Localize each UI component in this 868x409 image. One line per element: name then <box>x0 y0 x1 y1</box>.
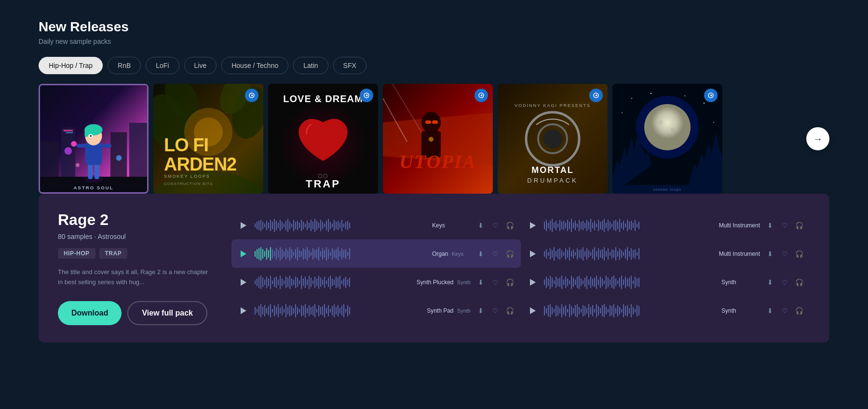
album-loop-icon-love[interactable] <box>360 89 373 102</box>
svg-rect-261 <box>619 248 620 260</box>
album-loop-icon-lofi[interactable] <box>245 89 258 102</box>
track-download-multi1[interactable]: ⬇ <box>765 220 775 231</box>
svg-rect-361 <box>619 277 620 287</box>
track-download-synth-pad[interactable]: ⬇ <box>475 305 486 316</box>
svg-rect-399 <box>307 308 308 314</box>
track-headphones-synth1[interactable]: 🎧 <box>794 277 804 288</box>
track-heart-synth-pad[interactable]: ♡ <box>490 305 501 316</box>
svg-rect-332 <box>563 279 564 285</box>
track-download-organ[interactable]: ⬇ <box>475 249 486 259</box>
svg-rect-138 <box>575 221 576 230</box>
album-loop-icon-mortal[interactable] <box>589 89 603 102</box>
svg-rect-270 <box>637 252 637 256</box>
svg-point-67 <box>658 120 663 125</box>
track-heart-multi1[interactable]: ♡ <box>779 220 790 231</box>
svg-rect-198 <box>305 249 306 259</box>
svg-rect-337 <box>573 277 574 287</box>
svg-rect-5 <box>64 130 73 132</box>
svg-rect-288 <box>285 277 286 288</box>
svg-rect-84 <box>278 223 279 228</box>
svg-rect-230 <box>559 248 560 260</box>
track-row-synth1[interactable]: Synth ⬇ ♡ 🎧 <box>521 268 810 296</box>
page-subtitle: Daily new sample packs <box>39 38 829 45</box>
svg-rect-80 <box>270 220 271 231</box>
track-headphones-synth2[interactable]: 🎧 <box>794 305 804 316</box>
track-row-synth-pad[interactable]: Synth Pad Synth ⬇ ♡ 🎧 <box>231 296 521 325</box>
track-download-synth1[interactable]: ⬇ <box>765 277 775 288</box>
track-headphones-organ[interactable]: 🎧 <box>504 249 515 259</box>
album-card-night-moon[interactable]: otoneo loops <box>612 84 722 194</box>
svg-rect-129 <box>557 224 558 227</box>
track-download-keys[interactable]: ⬇ <box>475 220 486 231</box>
track-download-synth2[interactable]: ⬇ <box>765 305 775 316</box>
track-play-organ[interactable] <box>237 248 250 260</box>
svg-rect-127 <box>554 223 555 228</box>
svg-rect-404 <box>316 309 317 313</box>
track-heart-synth2[interactable]: ♡ <box>779 305 790 316</box>
genre-tab-live[interactable]: Live <box>184 57 217 74</box>
svg-rect-331 <box>561 276 562 289</box>
album-card-love-dream[interactable]: ⬡⬡ LOVE & DREAM TRAP <box>268 84 378 194</box>
album-card-lofi-arden2[interactable]: LO FI ARDEN2 SMOKEY LOOPS CONSTRUCTION B… <box>153 84 263 194</box>
track-play-synth2[interactable] <box>527 304 539 317</box>
svg-rect-95 <box>299 223 300 228</box>
genre-tab-sfx[interactable]: SFX <box>333 57 366 74</box>
track-heart-multi2[interactable]: ♡ <box>779 249 790 259</box>
track-heart-synth-plucked[interactable]: ♡ <box>490 277 501 288</box>
next-arrow-icon: → <box>813 133 823 145</box>
album-card-rage2[interactable]: ASTRO SOUL <box>39 84 149 194</box>
track-play-synth1[interactable] <box>527 276 539 289</box>
track-headphones-keys[interactable]: 🎧 <box>504 220 515 231</box>
track-headphones-synth-plucked[interactable]: 🎧 <box>504 277 515 288</box>
genre-tab-latin[interactable]: Latin <box>293 57 328 74</box>
svg-rect-153 <box>604 219 605 232</box>
track-play-multi1[interactable] <box>527 219 539 232</box>
track-play-synth-plucked[interactable] <box>237 276 250 289</box>
track-play-synth-pad[interactable] <box>237 304 250 317</box>
svg-rect-400 <box>309 305 310 317</box>
track-heart-synth1[interactable]: ♡ <box>779 277 790 288</box>
svg-rect-315 <box>338 277 339 287</box>
genre-tab-hiphop-trap[interactable]: Hip-Hop / Trap <box>39 57 103 74</box>
album-loop-icon-moon[interactable] <box>704 89 718 102</box>
track-play-multi2[interactable] <box>527 248 539 260</box>
view-full-pack-button[interactable]: View full pack <box>127 301 207 325</box>
track-download-synth-plucked[interactable]: ⬇ <box>475 277 486 288</box>
track-row-organ[interactable]: Organ Keys ⬇ ♡ 🎧 <box>231 239 521 268</box>
track-headphones-synth-pad[interactable]: 🎧 <box>504 305 515 316</box>
svg-rect-218 <box>343 250 344 258</box>
svg-rect-410 <box>328 305 329 317</box>
genre-tab-house-techno[interactable]: House / Techno <box>221 57 288 74</box>
track-row-keys[interactable]: Keys ⬇ ♡ 🎧 <box>231 211 521 239</box>
album-card-mortal[interactable]: VODINNY KAGI PRESENTS MORTAL DRUMPACK <box>498 84 608 194</box>
svg-rect-190 <box>289 247 290 261</box>
track-heart-organ[interactable]: ♡ <box>490 249 501 259</box>
genre-tab-rnb[interactable]: RnB <box>108 57 141 74</box>
track-headphones-multi1[interactable]: 🎧 <box>794 220 804 231</box>
download-button[interactable]: Download <box>58 301 122 325</box>
track-play-keys[interactable] <box>237 219 250 232</box>
track-heart-keys[interactable]: ♡ <box>490 220 501 231</box>
svg-rect-159 <box>615 220 616 231</box>
albums-row: ASTRO SOUL <box>39 84 800 194</box>
svg-rect-300 <box>309 276 310 289</box>
track-row-synth-plucked[interactable]: Synth Plucked Synth ⬇ ♡ 🎧 <box>231 268 521 296</box>
track-row-multi1[interactable]: Multi Instrument ⬇ ♡ 🎧 <box>521 211 810 239</box>
track-secondary-organ: Keys <box>452 251 463 257</box>
album-card-utopia[interactable]: UTOPIA <box>383 84 493 194</box>
album-loop-icon-utopia[interactable] <box>475 89 488 102</box>
waveform-synth-pad <box>255 302 422 319</box>
track-headphones-multi2[interactable]: 🎧 <box>794 249 804 259</box>
track-download-multi2[interactable]: ⬇ <box>765 249 775 259</box>
track-row-multi2[interactable]: Multi Instrument ⬇ ♡ 🎧 <box>521 239 810 268</box>
next-button[interactable]: → <box>806 127 829 150</box>
svg-rect-163 <box>623 221 624 230</box>
svg-rect-249 <box>596 251 597 257</box>
svg-rect-99 <box>307 221 308 230</box>
svg-rect-386 <box>282 306 283 316</box>
genre-tab-lofi[interactable]: LoFi <box>146 57 179 74</box>
svg-rect-239 <box>577 248 578 260</box>
svg-rect-89 <box>287 219 288 232</box>
svg-rect-174 <box>258 248 259 260</box>
track-row-synth2[interactable]: Synth ⬇ ♡ 🎧 <box>521 296 810 325</box>
